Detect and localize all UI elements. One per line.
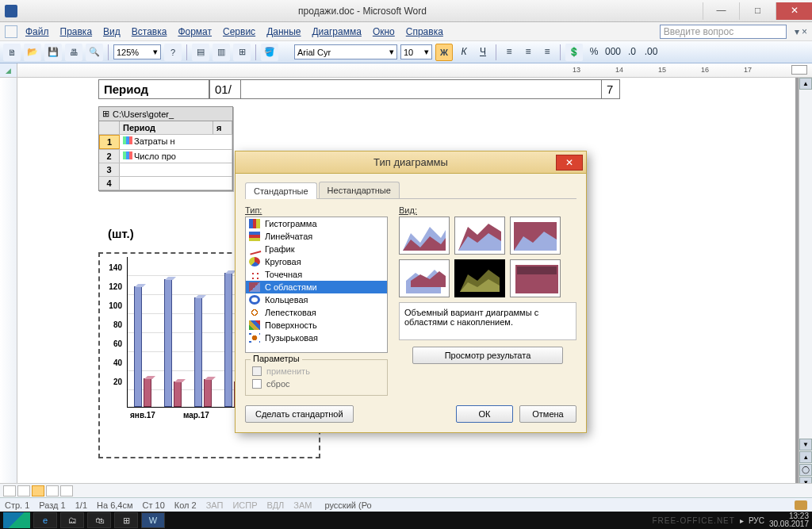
grid-row-4[interactable]: 4 xyxy=(99,177,120,190)
ruler-vertical[interactable] xyxy=(0,78,17,500)
chart-bar[interactable] xyxy=(174,381,182,407)
status-trk[interactable]: ИСПР xyxy=(232,500,257,510)
subtype-area-6[interactable] xyxy=(510,259,561,297)
dialog-close-button[interactable]: ✕ xyxy=(556,155,583,171)
grid-corner[interactable] xyxy=(99,121,120,134)
type-item-0[interactable]: Гистограмма xyxy=(246,217,387,230)
scroll-down-button[interactable]: ▼ xyxy=(799,439,812,450)
type-item-1[interactable]: Линейчатая xyxy=(246,230,387,243)
tray-flag-icon[interactable]: ▸ xyxy=(740,516,744,525)
scroll-up-button[interactable]: ▲ xyxy=(799,78,812,90)
datasheet-button[interactable]: ⊞ xyxy=(233,44,251,61)
status-ovr[interactable]: ЗАМ xyxy=(293,500,312,510)
chart-bar[interactable] xyxy=(134,286,142,407)
chart-bar[interactable] xyxy=(164,279,172,407)
save-button[interactable]: 💾 xyxy=(44,44,62,61)
underline-button[interactable]: Ч xyxy=(475,44,491,60)
grid-row-3[interactable]: 3 xyxy=(99,163,120,176)
datasheet-window[interactable]: ⊞ C:\Users\goter_ Период я 1 Затраты н 2… xyxy=(98,106,233,191)
status-ext[interactable]: ВДЛ xyxy=(267,500,285,510)
font-select[interactable]: Arial Cyr▾ xyxy=(294,44,397,59)
keyboard-layout[interactable]: РУС xyxy=(749,516,764,525)
menu-chart[interactable]: Диаграмма xyxy=(308,25,364,39)
taskbar-store[interactable]: 🛍 xyxy=(87,512,111,528)
new-doc-button[interactable]: 🗎 xyxy=(3,44,21,61)
subtype-area-2[interactable] xyxy=(454,217,505,255)
subtype-area-1[interactable] xyxy=(399,217,450,255)
menu-view[interactable]: Вид xyxy=(100,25,124,39)
chart-bar[interactable] xyxy=(144,378,151,407)
view-outline[interactable] xyxy=(46,485,59,496)
chart-type-dialog[interactable]: Тип диаграммы ✕ Стандартные Нестандартны… xyxy=(235,151,587,433)
menu-tools[interactable]: Сервис xyxy=(220,25,259,39)
tray-clock[interactable]: 13:2330.08.2017 xyxy=(769,512,809,528)
menu-edit[interactable]: Правка xyxy=(57,25,96,39)
type-item-6[interactable]: Кольцевая xyxy=(246,293,387,306)
chart-bar[interactable] xyxy=(224,273,232,407)
type-item-9[interactable]: Пузырьковая xyxy=(246,332,387,344)
tab-nonstandard[interactable]: Нестандартные xyxy=(319,182,400,198)
minimize-button[interactable]: — xyxy=(703,2,739,20)
ruler-strip[interactable]: 13 14 15 16 17 xyxy=(17,63,812,77)
spellcheck-icon[interactable] xyxy=(795,500,807,510)
subtype-area-5-selected[interactable] xyxy=(454,259,505,297)
view-web[interactable] xyxy=(17,485,30,496)
grid-cell-1[interactable]: Затраты н xyxy=(120,135,232,149)
make-default-button[interactable]: Сделать стандартной xyxy=(245,405,354,423)
menu-insert[interactable]: Вставка xyxy=(128,25,170,39)
grid-cell-3[interactable] xyxy=(120,163,232,176)
print-button[interactable]: 🖶 xyxy=(65,44,82,61)
menu-data[interactable]: Данные xyxy=(263,25,304,39)
view-print[interactable] xyxy=(32,485,44,496)
preview-result-button[interactable]: Просмотр результата xyxy=(412,347,563,364)
percent-button[interactable]: % xyxy=(586,44,602,60)
chart-bar[interactable] xyxy=(194,297,202,407)
grid-col-period[interactable]: Период xyxy=(120,121,213,134)
datasheet-grid[interactable]: Период я 1 Затраты н 2 Число про 3 4 xyxy=(99,121,232,190)
scroll-track[interactable] xyxy=(799,90,812,439)
ruler-toggle-icon[interactable] xyxy=(791,65,807,75)
currency-button[interactable]: 💲 xyxy=(565,44,583,61)
size-select[interactable]: 10▾ xyxy=(400,44,432,59)
grid-row-2[interactable]: 2 xyxy=(99,150,120,163)
taskbar-ie[interactable]: e xyxy=(33,512,57,528)
grid-col-b[interactable]: я xyxy=(213,121,232,134)
taskbar-explorer[interactable]: 🗂 xyxy=(60,512,84,528)
grid-cell-4[interactable] xyxy=(120,177,232,190)
chart-bar[interactable] xyxy=(204,379,212,407)
system-tray[interactable]: FREE-OFFICE.NET ▸ РУС 13:2330.08.2017 xyxy=(652,512,809,528)
grid-row-1[interactable]: 1 xyxy=(99,135,120,149)
chart-type-list[interactable]: ГистограммаЛинейчатаяГрафикКруговаяТочеч… xyxy=(245,217,388,353)
italic-button[interactable]: К xyxy=(456,44,472,60)
view-normal[interactable] xyxy=(3,485,16,496)
zoom-select[interactable]: 125%▾ xyxy=(113,44,161,59)
paint-button[interactable]: 🪣 xyxy=(261,44,278,61)
view-reading[interactable] xyxy=(60,485,73,496)
menu-format[interactable]: Формат xyxy=(174,25,215,39)
menu-window[interactable]: Окно xyxy=(370,25,398,39)
grid-cell-2[interactable]: Число про xyxy=(120,150,232,163)
type-item-7[interactable]: Лепестковая xyxy=(246,306,387,319)
vertical-scrollbar[interactable]: ▲ ▼ ▴ ◯ ▾ xyxy=(799,78,812,500)
type-item-3[interactable]: Круговая xyxy=(246,255,387,268)
thousands-button[interactable]: 000 xyxy=(605,44,621,60)
reset-checkbox[interactable]: сброс xyxy=(252,378,381,390)
dec-decimal-button[interactable]: .00 xyxy=(643,44,659,60)
taskbar-word[interactable]: W xyxy=(141,512,165,528)
cancel-button[interactable]: Отмена xyxy=(519,405,576,423)
type-item-4[interactable]: Точечная xyxy=(246,268,387,281)
ok-button[interactable]: ОК xyxy=(456,405,513,423)
bold-button[interactable]: Ж xyxy=(435,44,453,61)
help-dropdown-icon[interactable]: ▾ × xyxy=(795,26,807,37)
type-item-5[interactable]: С областями xyxy=(246,281,387,293)
help-button[interactable]: ? xyxy=(164,44,182,61)
align-center-button[interactable]: ≡ xyxy=(520,44,536,60)
taskbar[interactable]: e 🗂 🛍 ⊞ W FREE-OFFICE.NET ▸ РУС 13:2330.… xyxy=(0,512,812,529)
type-item-8[interactable]: Поверхность xyxy=(246,319,387,332)
subtype-area-4[interactable] xyxy=(399,259,450,297)
menu-file[interactable]: Файл xyxy=(22,25,52,39)
start-button[interactable] xyxy=(3,512,30,528)
help-search-input[interactable]: Введите вопрос xyxy=(660,25,787,39)
maximize-button[interactable]: □ xyxy=(739,2,776,20)
subtype-area-3[interactable] xyxy=(510,217,561,255)
